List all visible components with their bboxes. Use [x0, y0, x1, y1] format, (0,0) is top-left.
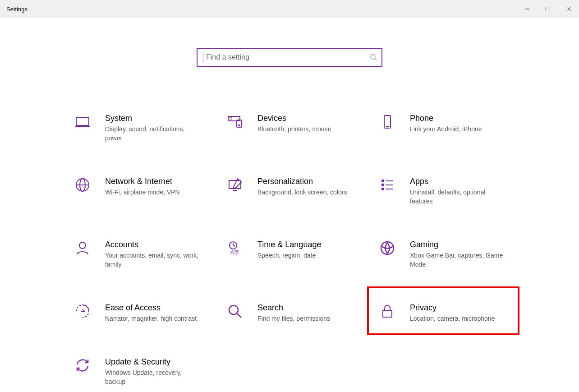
- svg-rect-34: [383, 310, 392, 317]
- search-category-icon: [227, 302, 257, 319]
- tile-title: Privacy: [410, 302, 524, 313]
- system-icon: [74, 113, 105, 130]
- tile-update-security[interactable]: Update & Security Windows Update, recove…: [74, 356, 219, 386]
- tile-privacy[interactable]: Privacy Location, camera, microphone: [379, 302, 524, 323]
- tile-title: Search: [257, 302, 371, 313]
- search-input[interactable]: [205, 53, 370, 62]
- content-area: System Display, sound, notifications, po…: [0, 18, 579, 392]
- svg-point-4: [371, 55, 375, 59]
- privacy-icon: [379, 302, 410, 319]
- tile-title: Ease of Access: [105, 302, 219, 313]
- tile-system[interactable]: System Display, sound, notifications, po…: [74, 113, 219, 143]
- time-language-icon: A字: [227, 239, 257, 256]
- svg-line-33: [237, 314, 241, 318]
- tile-devices[interactable]: Devices Bluetooth, printers, mouse: [227, 113, 371, 143]
- tile-subtitle: Narrator, magnifier, high contrast: [105, 314, 200, 323]
- tile-subtitle: Display, sound, notifications, power: [105, 125, 200, 143]
- window-title: Settings: [6, 6, 28, 13]
- tile-subtitle: Location, camera, microphone: [410, 314, 505, 323]
- maximize-icon: [545, 6, 551, 12]
- tile-subtitle: Xbox Game Bar, captures, Game Mode: [410, 251, 505, 269]
- tile-subtitle: Speech, region, date: [257, 251, 352, 260]
- title-bar: Settings: [0, 0, 579, 18]
- minimize-icon: [524, 6, 530, 12]
- svg-point-32: [229, 305, 238, 314]
- gaming-icon: [379, 239, 410, 256]
- phone-icon: [379, 113, 410, 130]
- tile-subtitle: Your accounts, email, sync, work, family: [105, 251, 200, 269]
- tile-title: Apps: [410, 176, 524, 187]
- svg-line-5: [375, 59, 377, 60]
- window-controls: [517, 0, 579, 18]
- tile-subtitle: Background, lock screen, colors: [257, 188, 352, 197]
- ease-of-access-icon: [74, 302, 105, 319]
- svg-text:A字: A字: [230, 249, 239, 256]
- tile-subtitle: Bluetooth, printers, mouse: [257, 125, 352, 134]
- tile-title: Gaming: [410, 239, 524, 250]
- svg-rect-1: [546, 7, 550, 11]
- search-container: [197, 48, 382, 67]
- tile-phone[interactable]: Phone Link your Android, iPhone: [379, 113, 524, 143]
- tile-search[interactable]: Search Find my files, permissions: [227, 302, 371, 323]
- tile-title: Accounts: [105, 239, 219, 250]
- tile-apps[interactable]: Apps Uninstall, defaults, optional featu…: [379, 176, 524, 206]
- close-button[interactable]: [558, 0, 579, 18]
- search-icon: [370, 54, 377, 61]
- svg-rect-24: [382, 184, 384, 186]
- tile-network[interactable]: Network & Internet Wi-Fi, airplane mode,…: [74, 176, 219, 206]
- network-icon: [74, 176, 105, 193]
- minimize-button[interactable]: [517, 0, 538, 18]
- tile-accounts[interactable]: Accounts Your accounts, email, sync, wor…: [74, 239, 219, 269]
- tile-title: Update & Security: [105, 356, 219, 367]
- svg-rect-22: [382, 180, 384, 182]
- settings-grid: System Display, sound, notifications, po…: [74, 113, 525, 386]
- tile-subtitle: Wi-Fi, airplane mode, VPN: [105, 188, 200, 197]
- tile-subtitle: Link your Android, iPhone: [410, 125, 505, 134]
- tile-personalization[interactable]: Personalization Background, lock screen,…: [227, 176, 371, 206]
- tile-gaming[interactable]: Gaming Xbox Game Bar, captures, Game Mod…: [379, 239, 524, 269]
- tile-title: Personalization: [257, 176, 371, 187]
- tile-title: Time & Language: [257, 239, 371, 250]
- tile-subtitle: Uninstall, defaults, optional features: [410, 188, 505, 206]
- update-security-icon: [74, 356, 105, 374]
- tile-subtitle: Windows Update, recovery, backup: [105, 368, 200, 386]
- personalization-icon: [227, 176, 257, 193]
- devices-icon: [227, 113, 257, 130]
- maximize-button[interactable]: [538, 0, 558, 18]
- tile-ease-of-access[interactable]: Ease of Access Narrator, magnifier, high…: [74, 302, 219, 323]
- svg-point-14: [239, 125, 239, 126]
- tile-title: System: [105, 113, 219, 124]
- svg-rect-26: [382, 188, 384, 190]
- svg-rect-6: [76, 117, 89, 125]
- tile-time-language[interactable]: A字 Time & Language Speech, region, date: [227, 239, 371, 269]
- close-icon: [566, 6, 571, 12]
- text-caret: [203, 53, 203, 62]
- tile-title: Devices: [257, 113, 371, 124]
- tile-title: Phone: [410, 113, 524, 124]
- search-box[interactable]: [197, 48, 382, 67]
- svg-point-28: [79, 242, 86, 249]
- apps-icon: [379, 176, 410, 193]
- tile-subtitle: Find my files, permissions: [257, 314, 352, 323]
- accounts-icon: [74, 239, 105, 256]
- tile-title: Network & Internet: [105, 176, 219, 187]
